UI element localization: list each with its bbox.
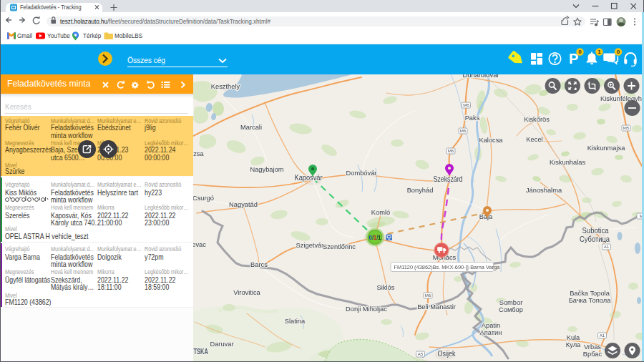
- svg-text:Jánoshalma: Jánoshalma: [526, 187, 562, 194]
- svg-text:Dombóvár: Dombóvár: [346, 170, 377, 177]
- svg-text:Kiskunhalas: Kiskunhalas: [550, 159, 585, 166]
- svg-text:Nagyatád: Nagyatád: [229, 201, 258, 208]
- svg-text:0: 0: [578, 49, 582, 55]
- svg-text:Barcs: Barcs: [250, 261, 268, 268]
- svg-text:Beli Manastir: Beli Manastir: [417, 303, 456, 310]
- svg-text:Kalocsa: Kalocsa: [479, 137, 503, 144]
- svg-text:Đurđevac: Đurđevac: [193, 241, 206, 248]
- svg-text:Kaposvár: Kaposvár: [295, 173, 323, 182]
- svg-text:FM1120 (43862)Bs. MKX-690-[]-B: FM1120 (43862)Bs. MKX-690-[]-Barna Varga: [394, 264, 500, 270]
- svg-text:Slatina: Slatina: [285, 318, 306, 325]
- svg-text:Бачка Топола: Бачка Топола: [569, 297, 611, 304]
- svg-text:Bonyhád: Bonyhád: [407, 187, 434, 194]
- svg-text:1: 1: [597, 49, 601, 55]
- svg-text:teszt.holazauto.hu/fleet/secur: teszt.holazauto.hu/fleet/secured/dataStr…: [60, 17, 271, 25]
- svg-text:0/1/1: 0/1/1: [369, 235, 382, 241]
- svg-text:Daruvar: Daruvar: [210, 341, 233, 348]
- svg-text:Суботица: Суботица: [580, 235, 610, 243]
- svg-text:A1: A1: [604, 244, 610, 249]
- svg-text:Szekszárd: Szekszárd: [434, 175, 463, 183]
- svg-text:Szentlőrinc: Szentlőrinc: [323, 243, 356, 250]
- svg-text:Сомбор: Сомбор: [499, 306, 523, 313]
- svg-text:M6: M6: [448, 148, 454, 153]
- svg-text:Donji Miholjac: Donji Miholjac: [346, 305, 387, 313]
- svg-text:Kecel: Kecel: [526, 136, 542, 143]
- svg-text:0: 0: [617, 49, 620, 55]
- svg-text:Nagybajom: Nagybajom: [250, 166, 283, 173]
- svg-text:Subotica: Subotica: [582, 226, 609, 235]
- svg-text:Kiskunmajsa: Kiskunmajsa: [587, 145, 626, 152]
- svg-text:Virovitica: Virovitica: [233, 289, 260, 296]
- svg-text:M6: M6: [460, 128, 467, 133]
- svg-text:M5: M5: [623, 125, 630, 130]
- svg-text:Kula: Kula: [567, 334, 580, 341]
- svg-text:Sombor: Sombor: [499, 299, 523, 306]
- svg-text:Врбас: Врбас: [583, 351, 602, 358]
- svg-text:Osijek: Osijek: [438, 349, 457, 358]
- svg-text:Vrbas: Vrbas: [584, 343, 601, 351]
- svg-text:Dunaföldvár: Dunaföldvár: [462, 74, 499, 79]
- svg-text:Kiskunfélegyház: Kiskunfélegyház: [600, 95, 644, 102]
- svg-text:Marcali: Marcali: [240, 124, 262, 131]
- svg-text:Kiskőrös: Kiskőrös: [524, 116, 550, 123]
- svg-text:A5: A5: [418, 351, 424, 356]
- svg-text:Nagykanizsa: Nagykanizsa: [193, 150, 204, 157]
- svg-text:M6: M6: [463, 102, 469, 107]
- svg-text:Apatin: Apatin: [482, 322, 500, 329]
- svg-text:A1: A1: [600, 333, 605, 338]
- svg-text:M6: M6: [425, 293, 431, 298]
- svg-text:Szigetvár: Szigetvár: [296, 242, 324, 249]
- svg-text:Siklós: Siklós: [377, 284, 395, 291]
- svg-text:TSKA: TSKA: [194, 347, 209, 356]
- svg-text:Кула: Кула: [566, 341, 581, 348]
- svg-text:Komló: Komló: [371, 209, 390, 216]
- svg-text:Paks: Paks: [465, 114, 480, 122]
- svg-text:Keszthely: Keszthely: [211, 83, 240, 90]
- svg-text:Csurgó: Csurgó: [193, 195, 214, 202]
- svg-text:Апатин: Апатин: [480, 329, 502, 336]
- svg-text:Bačka Topola: Bačka Topola: [570, 290, 610, 297]
